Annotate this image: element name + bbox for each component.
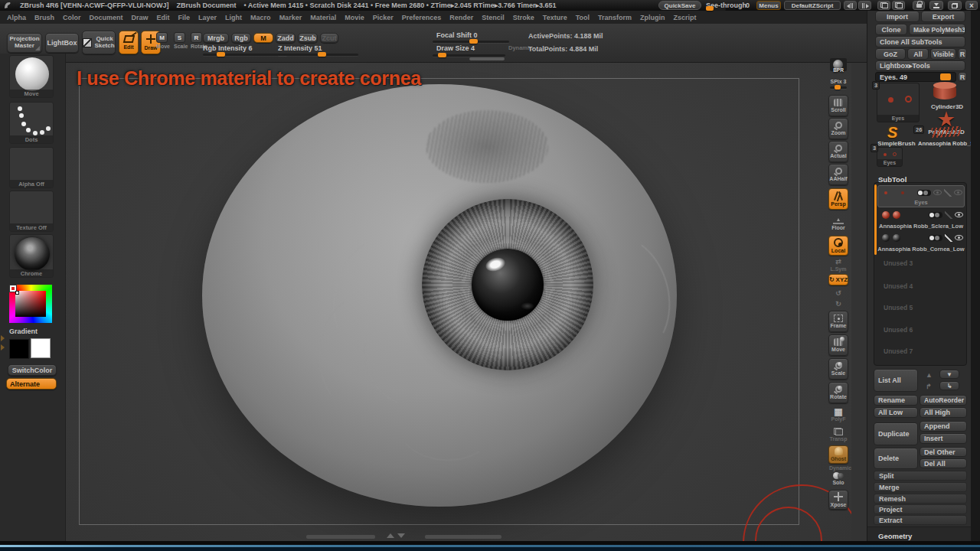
menu-zplugin[interactable]: Zplugin [640,14,665,21]
menu-file[interactable]: File [178,14,191,21]
tray-expand-icon[interactable] [1,335,5,341]
gradient-toggle[interactable]: Gradient [9,328,38,335]
menu-render[interactable]: Render [449,14,473,21]
branch-down-button[interactable]: ↳ [939,381,959,390]
clone-button[interactable]: Clone [875,24,907,35]
rail-scale-button[interactable]: Scale [828,358,848,380]
tray-collapse-icon[interactable] [1,344,5,350]
visibility-eye-icon[interactable] [955,212,963,217]
texture-selector[interactable]: Texture Off [9,191,54,232]
rail-polyf-button[interactable]: ▦ PolyF [828,406,848,424]
gyro-scale-button[interactable]: S Scale [174,32,188,49]
rail-spin-right-button[interactable]: ↻ [828,298,848,308]
minimize-button[interactable] [929,1,943,10]
main-color-swatch[interactable] [9,339,29,359]
all-low-button[interactable]: All Low [874,407,918,418]
quick-sketch-button[interactable]: Quick Sketch [82,31,116,54]
import-button[interactable]: Import [875,11,920,22]
rail-lsym-button[interactable]: ⇄ L.Sym [828,259,848,271]
menu-macro[interactable]: Macro [250,14,271,21]
mrgb-toggle[interactable]: Mrgb [203,33,229,43]
rail-transp-button[interactable]: Transp [828,426,848,443]
menu-color[interactable]: Color [63,14,81,21]
extract-section[interactable]: Extract [874,515,967,525]
menu-draw[interactable]: Draw [132,14,149,21]
autoreorder-button[interactable]: AutoReorder [920,395,967,406]
clone-all-subtools-button[interactable]: Clone All SubTools [875,36,965,47]
menu-zscript[interactable]: Zscript [674,14,697,21]
active-tool-slider[interactable]: Eyes. 49 [875,72,956,82]
material-selector[interactable]: Chrome [9,234,54,278]
canvas-scroll-arrows[interactable] [387,533,405,538]
del-other-button[interactable]: Del Other [920,447,967,457]
remesh-section[interactable]: Remesh [874,494,967,504]
split-section[interactable]: Split [874,471,967,481]
append-button[interactable]: Append [920,421,967,432]
rgb-intensity-slider[interactable] [203,54,287,56]
lightbox-button[interactable]: LightBox [45,33,79,53]
menu-preferences[interactable]: Preferences [402,14,442,21]
see-through-slider[interactable]: See-through 0 [706,0,753,11]
menu-alpha[interactable]: Alpha [7,14,26,21]
gyro-move-button[interactable]: M Move [156,32,170,49]
active-tool-thumbnail[interactable]: Eyes [877,83,920,122]
branch-up-icon[interactable]: ↱ [926,383,932,390]
menu-layer[interactable]: Layer [198,14,217,21]
alternate-button[interactable]: Alternate [6,378,57,390]
see-through-handle[interactable] [706,6,714,11]
visibility-eye-icon[interactable] [955,235,963,240]
rail-ghost-button[interactable]: Ghost [828,445,848,464]
projection-master-button[interactable]: Projection Master [7,33,42,53]
tool-r-button[interactable]: R [958,72,967,82]
stroke-selector[interactable]: Dots [9,102,54,144]
rail-solo-button[interactable]: Solo [828,471,848,487]
subtool-item-unused[interactable]: Unused 3 [884,259,913,267]
menu-transform[interactable]: Transform [598,14,632,21]
insert-button[interactable]: Insert [920,433,967,444]
move-down-button[interactable]: ▼ [939,370,959,379]
rgb-toggle[interactable]: Rgb [231,33,251,43]
polypaint-toggle-icon[interactable] [929,212,942,218]
rail-rotate-button[interactable]: Rotate [828,382,848,403]
visibility-eye-icon[interactable] [933,190,942,195]
subtool-item-unused[interactable]: Unused 7 [884,347,913,355]
edit-button[interactable]: Edit [119,31,139,54]
zcut-toggle[interactable]: Zcut [320,33,338,43]
m-toggle[interactable]: M [253,33,273,43]
menu-material[interactable]: Material [310,14,336,21]
rail-floor-button[interactable]: Floor [828,217,848,231]
menu-texture[interactable]: Texture [543,14,567,21]
cylinder3d-thumbnail[interactable] [933,84,956,99]
make-polymesh3d-button[interactable]: Make PolyMesh3D [909,24,965,35]
geometry-section[interactable]: Geometry [867,527,972,541]
polypaint-toggle-icon[interactable] [929,235,942,241]
z-intensity-slider[interactable] [278,54,358,56]
subtool-item-unused[interactable]: Unused 5 [884,304,913,311]
see-through-track[interactable] [706,8,726,10]
rail-aahalf-button[interactable]: AAHalf [828,164,848,185]
list-all-button[interactable]: List All [874,369,918,392]
menu-brush[interactable]: Brush [34,14,54,21]
subtool-item-unused[interactable]: Unused 6 [884,326,913,334]
menu-movie[interactable]: Movie [345,14,364,21]
goz-r-button[interactable]: R [958,48,967,60]
polymesh3d-thumbnail[interactable]: ★ [938,110,955,129]
document-canvas[interactable]: I use Chrome material to create cornea [66,63,851,541]
rename-button[interactable]: Rename [874,395,918,406]
dock-left-icon[interactable] [844,1,857,10]
switchcolor-button[interactable]: SwitchColor [8,364,57,376]
anna-tool-thumbnail[interactable] [932,126,962,139]
rail-frame-button[interactable]: Frame [828,311,848,332]
menu-picker[interactable]: Picker [373,14,394,21]
rail-local-button[interactable]: Local [828,236,848,256]
shelf-scrollbar[interactable] [469,57,505,60]
rail-xyz-button[interactable]: ↻ XYZ [828,274,848,285]
lock-icon[interactable] [913,1,925,10]
rail-spin-left-button[interactable]: ↺ [828,288,848,298]
goz-all-button[interactable]: All [907,48,929,60]
draw-size-slider[interactable] [433,54,505,57]
subtool-item-eyes[interactable]: Eyes [877,185,965,207]
rail-move-button[interactable]: Move [828,334,848,356]
zadd-toggle[interactable]: Zadd [276,33,296,43]
lightbox-tools-button[interactable]: Lightbox▸Tools [875,60,965,71]
